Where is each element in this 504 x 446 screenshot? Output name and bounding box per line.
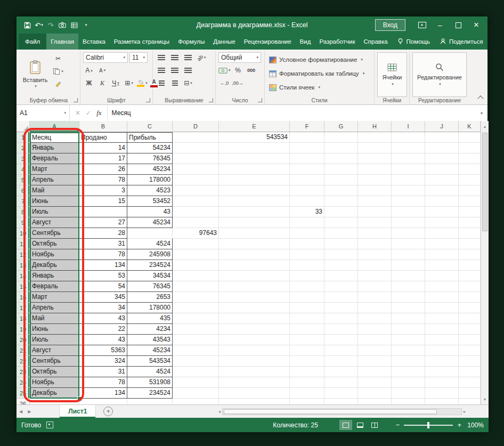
cell-H7[interactable] — [358, 196, 392, 207]
cell-E16[interactable] — [219, 292, 290, 303]
cell-H13[interactable] — [358, 260, 392, 271]
cell-D20[interactable] — [173, 335, 219, 345]
cell-J24[interactable] — [425, 377, 459, 388]
cell-G11[interactable] — [324, 239, 358, 249]
cell-D24[interactable] — [173, 377, 219, 388]
cell-F3[interactable] — [290, 153, 324, 164]
editing-button[interactable]: Редактирование ▾ — [412, 52, 467, 97]
cell-G24[interactable] — [324, 377, 358, 388]
cell-A12[interactable]: Ноябрь — [30, 249, 79, 260]
format-painter-icon[interactable] — [52, 79, 64, 90]
cell-K26[interactable] — [459, 399, 481, 404]
cell-D5[interactable] — [173, 175, 219, 185]
cell-I15[interactable] — [392, 281, 425, 292]
cell-F16[interactable] — [290, 292, 324, 303]
ribbon-tab-8[interactable]: Разработчик — [315, 34, 359, 50]
cell-I16[interactable] — [392, 292, 425, 303]
cell-K6[interactable] — [459, 185, 481, 196]
decrease-decimal-icon[interactable]: ,00→ — [232, 78, 243, 88]
column-header-J[interactable]: J — [425, 121, 459, 132]
cell-H6[interactable] — [358, 185, 392, 196]
ribbon-display-options-icon[interactable]: ▴ — [413, 17, 431, 34]
cell-A2[interactable]: Январь — [30, 143, 79, 153]
cell-D3[interactable] — [173, 153, 219, 164]
cell-H17[interactable] — [358, 303, 392, 313]
help-button[interactable]: Помощь — [392, 34, 435, 50]
zoom-slider[interactable] — [404, 425, 453, 426]
ribbon-tab-2[interactable]: Вставка — [78, 34, 110, 50]
cell-B23[interactable]: 31 — [79, 367, 127, 377]
row-header-1[interactable]: 1 — [17, 132, 30, 143]
cell-F10[interactable] — [290, 228, 324, 239]
scroll-up-icon[interactable]: ▲ — [481, 122, 489, 131]
cell-G20[interactable] — [324, 335, 358, 345]
cell-E19[interactable] — [219, 324, 290, 335]
cell-B10[interactable]: 28 — [79, 228, 127, 239]
cell-H9[interactable] — [358, 217, 392, 228]
number-dialog-launcher-icon[interactable] — [258, 98, 262, 102]
zoom-slider-thumb[interactable] — [427, 422, 429, 428]
cell-G22[interactable] — [324, 356, 358, 367]
sign-in-button[interactable]: Вход — [375, 19, 405, 31]
name-box-dropdown-icon[interactable]: ▾ — [64, 111, 66, 115]
cell-H14[interactable] — [358, 271, 392, 281]
cell-F9[interactable] — [290, 217, 324, 228]
cell-C22[interactable]: 543534 — [127, 356, 173, 367]
fill-handle[interactable] — [77, 396, 82, 401]
cell-J13[interactable] — [425, 260, 459, 271]
row-header-22[interactable]: 22 — [17, 356, 30, 367]
cell-J6[interactable] — [425, 185, 459, 196]
font-name-combobox[interactable]: Calibri▾ — [83, 52, 128, 63]
grow-font-button[interactable]: A▴ — [83, 65, 95, 76]
hscroll-left-icon[interactable]: ◂ — [217, 409, 222, 414]
cell-A3[interactable]: Февраль — [30, 153, 79, 164]
cell-F19[interactable] — [290, 324, 324, 335]
align-top-icon[interactable] — [156, 52, 167, 63]
row-header-6[interactable]: 6 — [17, 185, 30, 196]
cell-H15[interactable] — [358, 281, 392, 292]
italic-button[interactable]: К — [96, 78, 108, 88]
vscroll-thumb[interactable] — [482, 133, 487, 231]
cell-H25[interactable] — [358, 388, 392, 399]
hscroll-right-icon[interactable]: ▸ — [462, 409, 467, 414]
cell-C2[interactable]: 54234 — [127, 143, 173, 153]
row-header-4[interactable]: 4 — [17, 164, 30, 175]
cell-A17[interactable]: Апрель — [30, 303, 79, 313]
cell-A25[interactable]: Декабрь — [30, 388, 79, 399]
cell-D10[interactable]: 97643 — [173, 228, 219, 239]
cell-K14[interactable] — [459, 271, 481, 281]
cell-B6[interactable]: 3 — [79, 185, 127, 196]
cell-B9[interactable]: 27 — [79, 217, 127, 228]
cell-F22[interactable] — [290, 356, 324, 367]
camera-icon[interactable] — [57, 19, 68, 31]
clipboard-dialog-launcher-icon[interactable] — [74, 98, 78, 102]
cell-B15[interactable]: 54 — [79, 281, 127, 292]
cell-B20[interactable]: 43 — [79, 335, 127, 345]
cell-C23[interactable]: 4524 — [127, 367, 173, 377]
cell-F21[interactable] — [290, 345, 324, 356]
sheet-nav-right-icon[interactable]: ▶ — [25, 409, 34, 414]
cell-K12[interactable] — [459, 249, 481, 260]
cell-H22[interactable] — [358, 356, 392, 367]
font-dialog-launcher-icon[interactable] — [146, 98, 150, 102]
cell-F24[interactable] — [290, 377, 324, 388]
cell-G8[interactable] — [324, 207, 358, 217]
cell-D13[interactable] — [173, 260, 219, 271]
cell-A15[interactable]: Февраль — [30, 281, 79, 292]
cell-I19[interactable] — [392, 324, 425, 335]
cell-I3[interactable] — [392, 153, 425, 164]
align-left-icon[interactable] — [156, 65, 167, 76]
cell-E21[interactable] — [219, 345, 290, 356]
cell-B18[interactable]: 43 — [79, 313, 127, 324]
cell-B3[interactable]: 17 — [79, 153, 127, 164]
cell-A5[interactable]: Апрель — [30, 175, 79, 185]
cell-I1[interactable] — [392, 132, 425, 143]
cell-G26[interactable] — [324, 399, 358, 404]
cell-H3[interactable] — [358, 153, 392, 164]
column-header-E[interactable]: E — [219, 121, 290, 132]
cell-C24[interactable]: 531908 — [127, 377, 173, 388]
cell-G14[interactable] — [324, 271, 358, 281]
cell-K1[interactable] — [459, 132, 481, 143]
cell-A14[interactable]: Январь — [30, 271, 79, 281]
cell-G10[interactable] — [324, 228, 358, 239]
